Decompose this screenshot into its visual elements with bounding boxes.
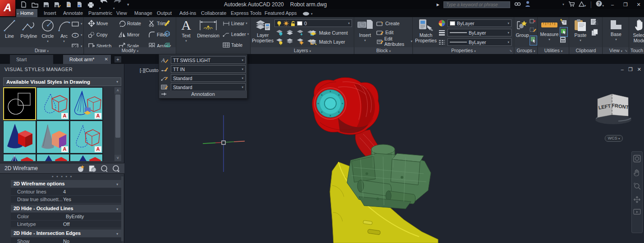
- autodesk-app-store-icon[interactable]: ▾: [579, 0, 586, 9]
- layer-freeze-other-icon[interactable]: [297, 38, 304, 45]
- scroll-down-icon[interactable]: ˅: [114, 155, 121, 161]
- annotation-flyout-label[interactable]: Annotation: [159, 90, 247, 98]
- property-row[interactable]: Draw true silhouett...Yes: [11, 196, 122, 203]
- style-hidden-thumbnail[interactable]: A: [70, 121, 103, 153]
- show-motion-icon[interactable]: [633, 209, 641, 216]
- copy-clip-icon[interactable]: [591, 29, 598, 38]
- plot-icon[interactable]: [87, 2, 94, 8]
- navigation-wheel-icon[interactable]: [633, 155, 641, 162]
- file-tab-start[interactable]: Start: [10, 55, 53, 64]
- dimension-style-combo[interactable]: TT IN▾: [171, 65, 246, 73]
- search-icon[interactable]: [514, 0, 521, 9]
- viewcube[interactable]: LEFT FRONT: [594, 90, 635, 128]
- panel-utilities-label[interactable]: Utilities ▾: [538, 47, 569, 54]
- panel-clipboard-label[interactable]: Clipboard: [570, 47, 602, 54]
- style-conceptual-thumbnail[interactable]: [3, 121, 36, 153]
- group-edit-icon[interactable]: [530, 27, 536, 35]
- tab-annotate[interactable]: Annotate: [59, 9, 87, 17]
- group-button[interactable]: Group: [516, 19, 529, 38]
- apply-style-icon[interactable]: [100, 165, 108, 172]
- text-style-combo[interactable]: TT SWISS LIGHT▾: [171, 56, 246, 64]
- ellipse-button[interactable]: ▾: [71, 31, 82, 39]
- close-button[interactable]: ✕: [634, 2, 643, 8]
- properties-dialog-launcher[interactable]: ⇘: [509, 47, 512, 54]
- qat-customize-icon[interactable]: ▾: [127, 2, 129, 7]
- paste-button[interactable]: Paste▾: [572, 19, 589, 42]
- layer-on-all-icon[interactable]: [276, 38, 283, 45]
- rotate-button[interactable]: Rotate: [119, 19, 141, 27]
- help-icon[interactable]: ?▾: [596, 0, 604, 9]
- scrollbar-thumb[interactable]: [115, 94, 120, 138]
- measure-button[interactable]: Measure▾: [539, 19, 559, 41]
- object-color-combo[interactable]: ByLayer▾: [448, 19, 512, 27]
- layer-thaw-all-icon[interactable]: [286, 38, 294, 45]
- lineweight-combo[interactable]: ByLayer▾: [448, 29, 512, 36]
- ungroup-icon[interactable]: [530, 18, 536, 27]
- model-space-viewport[interactable]: [-][Custom Vie – ❐ ✕: [0, 64, 644, 243]
- cart-icon[interactable]: [568, 0, 575, 9]
- style-sketchy2-thumbnail[interactable]: [3, 154, 36, 161]
- palette-splitter[interactable]: ● ● ● ● ●: [0, 175, 124, 178]
- scroll-up-icon[interactable]: ˄: [114, 87, 121, 94]
- search-expand-icon[interactable]: ▶: [437, 3, 439, 7]
- tab-output[interactable]: Output: [153, 9, 176, 17]
- plot-preview-icon[interactable]: [66, 1, 72, 8]
- panel-groups-label[interactable]: Groups ▾: [515, 47, 537, 54]
- dimension-button[interactable]: Dimension: [196, 18, 221, 38]
- panel-layers-label[interactable]: Layers ▾: [251, 47, 354, 54]
- property-row[interactable]: Contour lines4: [11, 188, 122, 196]
- open-file-icon[interactable]: [32, 2, 38, 8]
- match-layer-button[interactable]: Match Layer: [310, 38, 345, 46]
- style-grid-scrollbar[interactable]: ˄ ˅: [114, 87, 121, 161]
- viewport-restore-button[interactable]: ❐: [628, 67, 633, 72]
- property-row[interactable]: ShowNo: [11, 238, 122, 243]
- panel-view-label[interactable]: View ▾ ⇘: [603, 47, 629, 54]
- wcs-dropdown[interactable]: WCS ▾: [605, 135, 623, 142]
- export-style-icon[interactable]: [89, 165, 96, 172]
- navigation-bar[interactable]: [631, 151, 643, 233]
- new-file-icon[interactable]: [21, 1, 27, 8]
- table-style-combo[interactable]: Standard▾: [171, 83, 246, 91]
- sign-in-icon[interactable]: [525, 0, 530, 9]
- create-style-icon[interactable]: [77, 165, 85, 172]
- zoom-icon[interactable]: [633, 182, 641, 190]
- tab-collaborate[interactable]: Collaborate: [197, 9, 230, 17]
- panel-draw-label[interactable]: Draw ▾: [0, 47, 83, 54]
- tab-home[interactable]: Home: [16, 9, 37, 17]
- quick-select-icon[interactable]: [560, 18, 567, 27]
- search-input[interactable]: [443, 1, 510, 8]
- orbit-icon[interactable]: [633, 196, 641, 203]
- make-current-button[interactable]: Make Current: [310, 29, 348, 37]
- property-row[interactable]: LinetypeOff: [11, 220, 122, 228]
- layer-isolate-icon[interactable]: [276, 29, 283, 36]
- erase-button[interactable]: [164, 19, 171, 28]
- account-dropdown[interactable]: ▾: [534, 3, 564, 6]
- layer-off-icon[interactable]: [297, 29, 304, 36]
- circle-button[interactable]: Circle▾: [40, 19, 56, 43]
- edit-attributes-button[interactable]: Edit Attributes▾: [376, 37, 412, 45]
- robot-arm-model[interactable]: [270, 64, 451, 243]
- explode-button[interactable]: [164, 30, 171, 39]
- style-realistic-thumbnail[interactable]: [37, 154, 69, 161]
- tab-add-ins[interactable]: Add-ins: [175, 9, 200, 17]
- style-wireframe-thumbnail[interactable]: A: [70, 87, 103, 120]
- quick-calculator-icon[interactable]: [560, 36, 566, 45]
- viewport-minimize-button[interactable]: –: [621, 67, 624, 72]
- select-mode-button[interactable]: Select Mode: [630, 18, 644, 43]
- property-row[interactable]: ColorByEntity: [11, 213, 122, 220]
- view-dialog-launcher[interactable]: ⇘: [625, 47, 627, 54]
- ribbon-display-toggle[interactable]: ▾: [298, 9, 317, 17]
- pan-icon[interactable]: [633, 169, 641, 177]
- arc-button[interactable]: Arc▾: [58, 19, 70, 43]
- tab-express-tools[interactable]: Express Tools: [227, 9, 265, 17]
- app-menu-button[interactable]: A▼: [0, 0, 15, 16]
- style-shaded-thumbnail[interactable]: A: [37, 121, 69, 153]
- linear-button[interactable]: Linear▾: [223, 19, 247, 27]
- section-2d-hide-occluded-lines[interactable]: 2D Hide - Occluded Lines▾: [11, 205, 122, 212]
- tab-parametric[interactable]: Parametric: [84, 9, 116, 17]
- text-button[interactable]: A Text▾: [178, 18, 194, 43]
- publish-icon[interactable]: [77, 1, 82, 8]
- section-2d-hide-intersection-edges[interactable]: 2D Hide - Intersection Edges▾: [11, 230, 122, 237]
- match-properties-button[interactable]: Match Properties: [415, 19, 437, 43]
- group-selection-toggle[interactable]: [530, 36, 537, 45]
